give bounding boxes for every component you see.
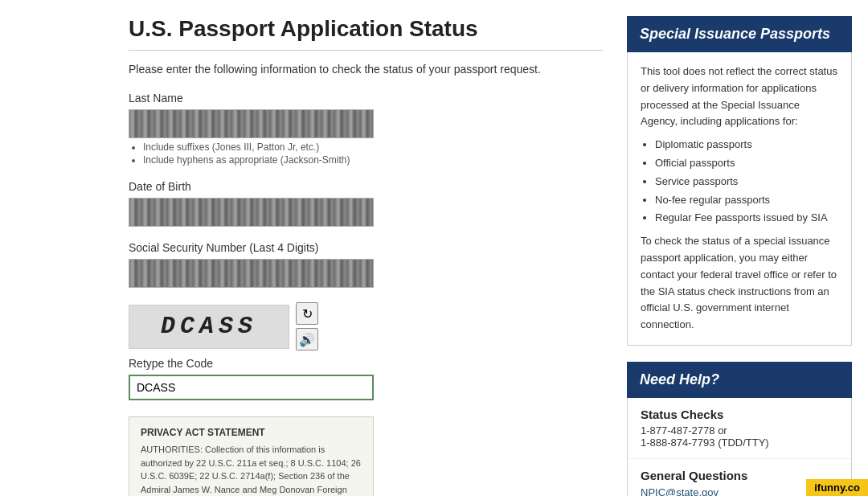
hint-suffixes: Include suffixes (Jones III, Patton Jr, … bbox=[143, 141, 603, 153]
last-name-label: Last Name bbox=[129, 92, 603, 105]
special-issuance-list: Diplomatic passports Official passports … bbox=[655, 137, 838, 227]
special-issuance-header: Special Issuance Passports bbox=[627, 16, 852, 52]
status-checks-title: Status Checks bbox=[641, 408, 838, 421]
list-item-regularfee: Regular Fee passports issued by SIA bbox=[655, 210, 838, 227]
ssn-blur bbox=[129, 260, 373, 287]
list-item-official: Official passports bbox=[655, 155, 838, 172]
list-item-service: Service passports bbox=[655, 174, 838, 191]
status-checks-phone2: 1-888-874-7793 (TDD/TTY) bbox=[641, 437, 838, 449]
last-name-hints: Include suffixes (Jones III, Patton Jr, … bbox=[143, 141, 603, 166]
status-checks-phone1: 1-877-487-2778 or bbox=[641, 424, 838, 437]
ssn-section: Social Security Number (Last 4 Digits) bbox=[129, 241, 603, 288]
last-name-blur bbox=[129, 110, 373, 137]
audio-icon: 🔊 bbox=[299, 332, 315, 347]
special-issuance-body: This tool does not reflect the correct s… bbox=[627, 52, 852, 346]
dob-label: Date of Birth bbox=[129, 180, 603, 193]
captcha-container: DCASS ↻ 🔊 bbox=[129, 302, 603, 350]
hint-hyphens: Include hyphens as appropriate (Jackson-… bbox=[143, 154, 603, 166]
last-name-section: Last Name Include suffixes (Jones III, P… bbox=[129, 92, 603, 166]
sidebar: Special Issuance Passports This tool doe… bbox=[627, 16, 852, 496]
special-issuance-body-text: This tool does not reflect the correct s… bbox=[641, 64, 838, 130]
list-item-nofee: No-fee regular passports bbox=[655, 192, 838, 209]
main-content: U.S. Passport Application Status Please … bbox=[129, 16, 603, 496]
captcha-section: DCASS ↻ 🔊 Retype the Code bbox=[129, 302, 603, 400]
status-checks-section: Status Checks 1-877-487-2778 or 1-888-87… bbox=[628, 398, 851, 459]
watermark: ifunny.co bbox=[806, 479, 868, 496]
retype-input[interactable] bbox=[129, 375, 374, 400]
captcha-refresh-button[interactable]: ↻ bbox=[296, 302, 318, 325]
list-item-diplomatic: Diplomatic passports bbox=[655, 137, 838, 154]
need-help-header: Need Help? bbox=[627, 362, 852, 398]
captcha-controls: ↻ 🔊 bbox=[296, 302, 318, 350]
general-questions-link[interactable]: NPIC@state.gov bbox=[641, 486, 719, 496]
captcha-image: DCASS bbox=[129, 305, 289, 349]
dob-section: Date of Birth bbox=[129, 180, 603, 227]
intro-text: Please enter the following information t… bbox=[129, 63, 603, 76]
dob-blur bbox=[129, 199, 373, 226]
captcha-audio-button[interactable]: 🔊 bbox=[296, 328, 318, 350]
refresh-icon: ↻ bbox=[302, 306, 313, 322]
privacy-title: PRIVACY ACT STATEMENT bbox=[141, 427, 362, 438]
special-issuance-footer-text: To check the status of a special issuanc… bbox=[641, 233, 838, 334]
privacy-box: PRIVACY ACT STATEMENT AUTHORITIES: Colle… bbox=[129, 416, 374, 496]
need-help-card: Need Help? Status Checks 1-877-487-2778 … bbox=[627, 362, 852, 496]
retype-label: Retype the Code bbox=[129, 357, 603, 370]
special-issuance-card: Special Issuance Passports This tool doe… bbox=[627, 16, 852, 346]
privacy-text: AUTHORITIES: Collection of this informat… bbox=[141, 443, 362, 496]
ssn-label: Social Security Number (Last 4 Digits) bbox=[129, 241, 603, 254]
page-title: U.S. Passport Application Status bbox=[129, 16, 603, 51]
